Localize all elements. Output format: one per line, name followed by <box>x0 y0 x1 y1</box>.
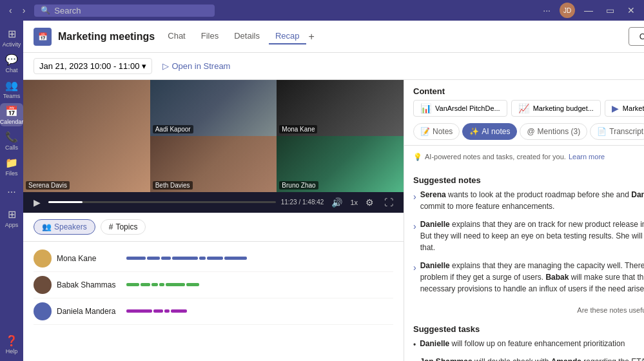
suggested-notes-title: Suggested notes <box>413 175 644 185</box>
time-display: 11:23 / 1:48:42 <box>281 199 324 206</box>
participant-row-daniela: Daniela Mandera <box>34 298 393 325</box>
stream-icon: ▷ <box>162 61 169 71</box>
fullscreen-button[interactable]: ⛶ <box>382 196 396 209</box>
volume-button[interactable]: 🔊 <box>329 196 345 209</box>
files-icon: 📁 <box>5 157 18 169</box>
file-name-vid: Marketing demo... <box>623 104 644 112</box>
transcript-tab-label: Transcript <box>609 127 643 136</box>
forward-button[interactable]: › <box>19 4 30 17</box>
task-bullet-1: • <box>413 357 416 361</box>
note-bullet-2: › <box>413 261 416 295</box>
speed-indicator: 1x <box>350 199 358 206</box>
tab-ai-notes[interactable]: ✨ AI notes <box>462 123 517 140</box>
body-area: Serena Davis Aadi Kapoor Mona Kane <box>23 80 644 361</box>
calendar-icon: 📅 <box>5 105 18 117</box>
tab-files[interactable]: Files <box>195 28 225 44</box>
sidebar-item-calendar[interactable]: 📅 Calendar <box>0 103 23 126</box>
person-name-serena: Serena Davis <box>26 181 70 190</box>
sidebar-item-activity[interactable]: ⊞ Activity <box>0 26 23 49</box>
video-cell-serena: Serena Davis <box>23 80 150 192</box>
notes-tabs: 📝 Notes ✨ AI notes @ Mentions (3) 📄 Tran… <box>404 123 644 146</box>
tab-details[interactable]: Details <box>228 28 266 44</box>
activity-bars-babak <box>126 283 393 287</box>
close-button[interactable]: Close <box>629 27 644 46</box>
open-stream-button[interactable]: ▷ Open in Stream <box>157 59 235 73</box>
note-bullet-1: › <box>413 220 416 253</box>
search-input[interactable] <box>54 6 196 15</box>
note-text-1: Danielle explains that they are on track… <box>420 219 644 253</box>
notes-scroll[interactable]: Suggested notes › Serena wants to look a… <box>404 168 644 361</box>
controls-bar: ▶ 11:23 / 1:48:42 🔊 1x ⚙ ⛶ <box>23 192 404 213</box>
maximize-button[interactable]: ▭ <box>602 4 618 17</box>
search-icon: 🔍 <box>41 6 50 15</box>
participant-name-babak: Babak Shammas <box>57 280 121 289</box>
sidebar-item-files[interactable]: 📁 Files <box>0 155 23 178</box>
suggested-tasks-title: Suggested tasks <box>413 324 644 334</box>
participant-row-babak: Babak Shammas <box>34 272 393 298</box>
content-header: Content See all <box>404 80 644 100</box>
more-options-button[interactable]: ··· <box>539 4 554 17</box>
notes-tab-icon: 📝 <box>420 127 430 136</box>
progress-area <box>48 201 276 203</box>
sidebar-item-more[interactable]: ··· <box>0 180 23 204</box>
tab-transcript[interactable]: 📄 Transcript <box>590 123 644 140</box>
sidebar-item-apps[interactable]: ⊞ Apps <box>0 206 23 229</box>
progress-bar[interactable] <box>48 201 276 203</box>
note-text-0: Serena wants to look at the product road… <box>420 189 644 212</box>
content-label: Content <box>413 86 445 96</box>
sidebar-item-calls[interactable]: 📞 Calls <box>0 129 23 152</box>
activity-icon: ⊞ <box>8 28 16 40</box>
task-bullet-0: • <box>413 339 416 351</box>
add-tab-button[interactable]: + <box>309 31 315 43</box>
sidebar-item-teams[interactable]: 👥 Teams <box>0 77 23 101</box>
back-button[interactable]: ‹ <box>5 4 16 17</box>
video-cell-beth: Beth Davies <box>150 136 277 192</box>
video-grid: Serena Davis Aadi Kapoor Mona Kane <box>23 80 404 361</box>
topics-pill[interactable]: # Topics <box>101 219 146 235</box>
nav-buttons: ‹ › <box>5 4 29 17</box>
sidebar-item-chat[interactable]: 💬 Chat <box>0 52 23 75</box>
tab-recap[interactable]: Recap <box>269 28 306 44</box>
feedback-text: Are these notes useful? <box>577 306 644 314</box>
sidebar: ⊞ Activity 💬 Chat 👥 Teams 📅 Calendar 📞 C… <box>0 21 23 361</box>
vid-icon: ▶ <box>612 103 619 113</box>
main-content: 📅 Marketing meetings Chat Files Details … <box>23 21 644 361</box>
tab-mentions[interactable]: @ Mentions (3) <box>520 123 587 140</box>
close-window-button[interactable]: ✕ <box>623 4 639 17</box>
speakers-label: Speakers <box>54 222 87 231</box>
video-cell-mona: Mona Kane <box>277 80 404 136</box>
search-bar[interactable]: 🔍 <box>34 5 215 17</box>
ai-info-left: 💡 AI-powered notes and tasks, created fo… <box>413 153 605 161</box>
video-content: Serena Davis Aadi Kapoor Mona Kane <box>23 80 404 192</box>
avatar-babak <box>34 276 52 294</box>
note-text-2: Danielle explains that they are managing… <box>420 260 644 295</box>
apps-icon: ⊞ <box>8 208 16 220</box>
transcript-tab-icon: 📄 <box>597 127 607 136</box>
participant-name-daniela: Daniela Mandera <box>57 307 121 316</box>
topics-label: Topics <box>115 222 137 231</box>
file-chip-xls[interactable]: 📈 Marketing budget... <box>511 100 601 117</box>
task-text-0: Danielle will follow up on feature enhan… <box>420 338 625 351</box>
file-chip-vid[interactable]: ▶ Marketing demo... <box>605 100 644 117</box>
date-text: Jan 21, 2023 10:00 - 11:00 <box>39 61 139 71</box>
ai-notes-tab-label: AI notes <box>482 127 510 136</box>
chat-icon: 💬 <box>5 54 18 66</box>
file-chip-ppt[interactable]: 📊 VanArsdel PitchDe... <box>413 100 507 117</box>
chevron-down-icon: ▾ <box>142 61 146 71</box>
file-name-xls: Marketing budget... <box>533 104 594 112</box>
note-item-0: › Serena wants to look at the product ro… <box>413 189 644 212</box>
learn-more-link[interactable]: Learn more <box>569 153 605 161</box>
open-stream-label: Open in Stream <box>171 61 230 71</box>
mentions-tab-label: Mentions (3) <box>538 127 581 136</box>
settings-button[interactable]: ⚙ <box>363 196 376 209</box>
tab-chat[interactable]: Chat <box>161 28 191 44</box>
tab-notes[interactable]: 📝 Notes <box>413 123 460 140</box>
speakers-pill[interactable]: 👥 Speakers <box>34 219 95 235</box>
task-item-0: • Danielle will follow up on feature enh… <box>413 338 644 351</box>
meeting-title: Marketing meetings <box>58 31 155 43</box>
date-selector[interactable]: Jan 21, 2023 10:00 - 11:00 ▾ <box>34 58 152 74</box>
sidebar-item-help[interactable]: ❓ Help <box>0 333 23 356</box>
meeting-header: 📅 Marketing meetings Chat Files Details … <box>23 21 644 53</box>
play-button[interactable]: ▶ <box>31 196 43 209</box>
minimize-button[interactable]: — <box>580 4 597 17</box>
